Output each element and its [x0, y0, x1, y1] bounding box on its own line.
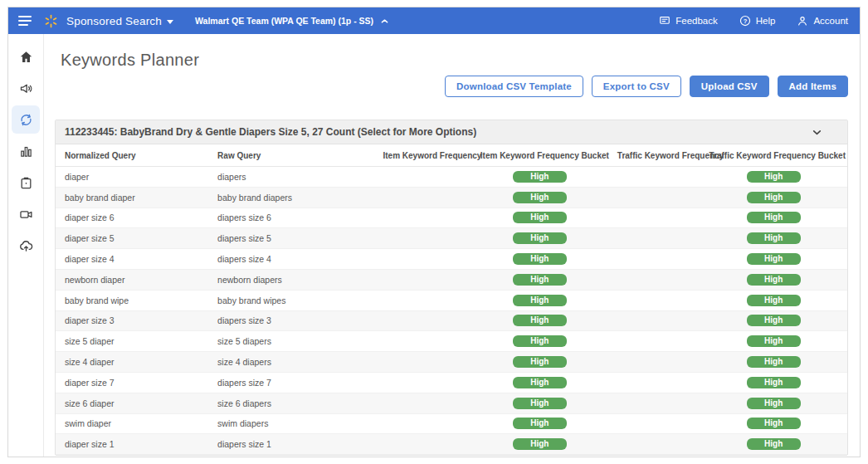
item-keyword-frequency-bucket-cell: High: [471, 274, 608, 286]
export-to-csv-button[interactable]: Export to CSV: [592, 76, 681, 97]
raw-query-cell: size 5 diapers: [208, 336, 373, 346]
traffic-keyword-frequency-bucket-cell: High: [700, 356, 847, 368]
frequency-badge: High: [513, 377, 567, 388]
normalized-query-cell: diaper: [56, 172, 208, 182]
table-row[interactable]: newborn diaper newborn diapers High High: [56, 270, 847, 291]
table-row[interactable]: baby brand diaper baby brand diapers Hig…: [56, 188, 847, 208]
account-icon: [797, 15, 808, 27]
frequency-badge: High: [747, 192, 801, 203]
table-row[interactable]: diaper diapers High High: [56, 167, 847, 188]
feedback-button[interactable]: Feedback: [659, 15, 718, 27]
traffic-keyword-frequency-bucket-cell: High: [700, 398, 847, 409]
frequency-badge: High: [747, 356, 801, 368]
download-csv-template-button[interactable]: Download CSV Template: [445, 76, 583, 97]
item-keyword-frequency-bucket-cell: High: [471, 418, 608, 429]
svg-text:?: ?: [743, 17, 747, 25]
table-row[interactable]: size 5 diaper size 5 diapers High High: [56, 331, 847, 352]
sidebar-item-tasks[interactable]: [12, 169, 40, 197]
menu-icon[interactable]: [18, 16, 32, 26]
table-body: diaper diapers High High baby brand diap…: [56, 167, 847, 455]
raw-query-cell: newborn diapers: [208, 275, 373, 285]
table-row[interactable]: baby brand wipe baby brand wipes High Hi…: [56, 291, 847, 311]
traffic-keyword-frequency-bucket-cell: High: [700, 418, 847, 429]
account-button[interactable]: Account: [797, 15, 848, 27]
normalized-query-cell: diaper size 7: [56, 378, 208, 388]
frequency-badge: High: [747, 418, 801, 429]
help-button[interactable]: ? Help: [739, 15, 776, 27]
table-row[interactable]: diaper size 4 diapers size 4 High High: [56, 249, 847, 270]
sidebar-item-keyword-planner[interactable]: [12, 105, 40, 134]
table-row[interactable]: size 6 diaper size 6 diapers High High: [56, 393, 847, 414]
col-item-keyword-frequency: Item Keyword Frequency: [373, 151, 471, 160]
sidebar-item-media[interactable]: [12, 200, 40, 228]
item-keyword-frequency-bucket-cell: High: [471, 253, 608, 265]
frequency-badge: High: [747, 232, 801, 244]
app-switcher[interactable]: Sponsored Search: [66, 15, 173, 27]
table-row[interactable]: swim diaper swim diapers High High: [56, 414, 847, 435]
col-normalized-query: Normalized Query: [56, 151, 208, 160]
item-section-header[interactable]: 112233445: BabyBrand Dry & Gentle Diaper…: [56, 120, 847, 144]
frequency-badge: High: [513, 212, 567, 223]
add-items-button[interactable]: Add Items: [778, 76, 848, 97]
frequency-badge: High: [513, 398, 567, 409]
home-icon: [19, 50, 33, 64]
upload-csv-button[interactable]: Upload CSV: [690, 76, 769, 97]
top-bar: Sponsored Search Walmart QE Team (WPA QE…: [8, 7, 860, 34]
frequency-badge: High: [513, 356, 567, 368]
frequency-badge: High: [747, 398, 801, 409]
keywords-table-card: 112233445: BabyBrand Dry & Gentle Diaper…: [55, 120, 848, 456]
item-keyword-frequency-bucket-cell: High: [471, 171, 608, 183]
raw-query-cell: size 4 diapers: [208, 357, 373, 367]
cloud-upload-icon: [19, 239, 33, 253]
traffic-keyword-frequency-bucket-cell: High: [700, 315, 847, 326]
item-keyword-frequency-bucket-cell: High: [471, 232, 608, 244]
frequency-badge: High: [513, 295, 567, 306]
traffic-keyword-frequency-bucket-cell: High: [700, 212, 847, 223]
table-row[interactable]: diaper size 7 diapers size 7 High High: [56, 373, 847, 393]
traffic-keyword-frequency-bucket-cell: High: [700, 192, 847, 203]
frequency-badge: High: [513, 171, 567, 183]
traffic-keyword-frequency-bucket-cell: High: [700, 253, 847, 265]
item-keyword-frequency-bucket-cell: High: [471, 438, 608, 450]
raw-query-cell: diapers size 3: [208, 315, 373, 325]
sidebar-item-home[interactable]: [12, 42, 40, 71]
help-label: Help: [756, 16, 776, 26]
walmart-spark-icon: [43, 13, 59, 29]
page-title: Keywords Planner: [61, 51, 848, 70]
item-keyword-frequency-bucket-cell: High: [471, 212, 608, 223]
normalized-query-cell: newborn diaper: [56, 275, 208, 285]
item-keyword-frequency-bucket-cell: High: [471, 192, 608, 203]
frequency-badge: High: [747, 377, 801, 388]
chevron-down-icon[interactable]: [812, 127, 822, 138]
account-label: Account: [813, 16, 848, 26]
table-row[interactable]: diaper size 6 diapers size 6 High High: [56, 208, 847, 229]
help-icon: ?: [739, 15, 751, 27]
normalized-query-cell: swim diaper: [56, 418, 208, 428]
raw-query-cell: diapers size 4: [208, 254, 373, 264]
item-keyword-frequency-bucket-cell: High: [471, 335, 608, 347]
frequency-badge: High: [513, 418, 567, 429]
traffic-keyword-frequency-bucket-cell: High: [700, 335, 847, 347]
raw-query-cell: diapers: [208, 172, 373, 182]
sidebar-item-campaigns[interactable]: [12, 74, 40, 102]
frequency-badge: High: [747, 315, 801, 326]
frequency-badge: High: [747, 438, 801, 450]
table-header-row: Normalized Query Raw Query Item Keyword …: [56, 144, 847, 167]
sidebar-item-uploads[interactable]: [12, 232, 40, 260]
feedback-icon: [659, 15, 671, 27]
bar-chart-icon: [19, 144, 33, 159]
normalized-query-cell: diaper size 1: [56, 439, 208, 449]
item-keyword-frequency-bucket-cell: High: [471, 295, 608, 306]
frequency-badge: High: [747, 295, 801, 306]
sidebar-item-reports[interactable]: [12, 137, 40, 165]
raw-query-cell: diapers size 5: [208, 233, 373, 243]
item-keyword-frequency-bucket-cell: High: [471, 356, 608, 368]
table-row[interactable]: diaper size 1 diapers size 1 High High: [56, 434, 847, 455]
table-row[interactable]: size 4 diaper size 4 diapers High High: [56, 352, 847, 373]
table-row[interactable]: diaper size 3 diapers size 3 High High: [56, 311, 847, 332]
frequency-badge: High: [747, 212, 801, 223]
feedback-label: Feedback: [675, 16, 718, 26]
table-row[interactable]: diaper size 5 diapers size 5 High High: [56, 228, 847, 249]
item-keyword-frequency-bucket-cell: High: [471, 315, 608, 326]
team-selector[interactable]: Walmart QE Team (WPA QE Team) (1p - SS): [195, 16, 389, 26]
